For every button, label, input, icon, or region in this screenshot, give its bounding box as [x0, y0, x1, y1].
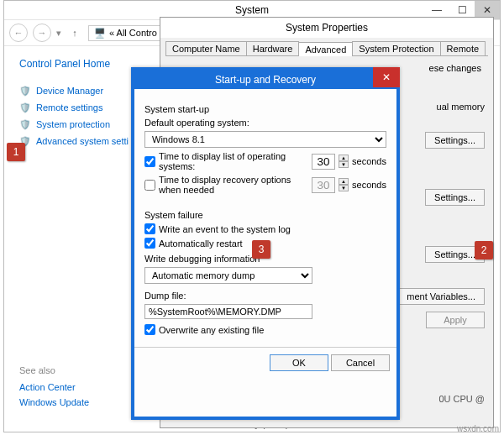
- callout-3: 3: [252, 240, 270, 259]
- apply-button[interactable]: Apply: [426, 312, 485, 328]
- control-panel-home-link[interactable]: Control Panel Home: [19, 58, 147, 70]
- sidebar-item-label: Device Manager: [36, 86, 103, 96]
- cb-time-recovery-label: Time to display recovery options when ne…: [159, 175, 312, 195]
- arrow-left-icon: ←: [14, 28, 24, 38]
- dump-file-label: Dump file:: [144, 291, 386, 301]
- back-button[interactable]: ←: [9, 24, 28, 42]
- watermark: wsxdn.com: [457, 424, 499, 433]
- ok-button[interactable]: OK: [270, 354, 328, 371]
- cancel-button[interactable]: Cancel: [331, 354, 390, 371]
- shield-icon: 🛡️: [19, 85, 31, 97]
- startup-body: System start-up Default operating system…: [134, 89, 396, 347]
- sidebar-item-label: Advanced system setti: [36, 136, 129, 146]
- dump-file-input[interactable]: [144, 304, 312, 319]
- close-button[interactable]: ✕: [373, 67, 400, 87]
- sidebar-item-device-manager[interactable]: 🛡️ Device Manager: [19, 85, 147, 97]
- monitor-icon: 🖥️: [94, 28, 106, 39]
- cb-overwrite-label: Overwrite any existing file: [159, 325, 264, 335]
- callout-2: 2: [475, 241, 493, 259]
- cb-time-list-label: Time to display list of operating system…: [159, 151, 312, 171]
- tab-advanced[interactable]: Advanced: [298, 42, 353, 56]
- cb-time-list[interactable]: [144, 156, 155, 167]
- breadcrumb-text: « All Contro: [109, 28, 157, 38]
- forward-button[interactable]: →: [33, 24, 51, 42]
- tabs: Computer Name Hardware Advanced System P…: [165, 41, 488, 56]
- cb-write-event-label: Write an event to the system log: [159, 224, 291, 234]
- sidebar-item-system-protection[interactable]: 🛡️ System protection: [19, 118, 147, 130]
- spinner-disabled: ▲▼: [339, 178, 349, 191]
- up-button[interactable]: ↑: [66, 24, 83, 41]
- time-recovery-value: [312, 177, 335, 193]
- seconds-label: seconds: [352, 156, 386, 166]
- cb-write-event[interactable]: [144, 223, 155, 234]
- see-also-windows-update[interactable]: Windows Update: [19, 397, 147, 407]
- group-system-failure: System failure: [144, 210, 386, 220]
- time-list-value[interactable]: [312, 154, 335, 170]
- sidebar-item-advanced-system-settings[interactable]: 🛡️ Advanced system setti: [19, 135, 147, 147]
- see-also-label: Windows Update: [19, 397, 89, 407]
- env-variables-button[interactable]: ment Variables...: [397, 288, 485, 305]
- system-window-title: System: [235, 4, 269, 16]
- sidebar-item-label: Remote settings: [36, 102, 102, 113]
- default-os-label: Default operating system:: [144, 118, 386, 128]
- tab-hardware[interactable]: Hardware: [246, 41, 300, 55]
- cb-overwrite[interactable]: [144, 324, 155, 335]
- arrow-right-icon: →: [38, 28, 47, 38]
- cb-time-recovery[interactable]: [144, 180, 155, 191]
- spinner[interactable]: ▲▼: [339, 155, 349, 168]
- tab-remote[interactable]: Remote: [440, 41, 486, 55]
- seconds-label: seconds: [352, 180, 386, 190]
- startup-recovery-title: Start-up and Recovery ✕: [134, 71, 396, 89]
- cb-auto-restart-label: Automatically restart: [159, 238, 243, 249]
- arrow-up-icon: ↑: [72, 28, 77, 38]
- see-also-heading: See also: [19, 365, 147, 375]
- settings-button-1[interactable]: Settings...: [425, 132, 485, 149]
- tab-computer-name[interactable]: Computer Name: [165, 41, 247, 55]
- shield-icon: 🛡️: [19, 102, 31, 113]
- chevron-down-icon[interactable]: ▾: [56, 28, 61, 39]
- default-os-select[interactable]: Windows 8.1: [144, 131, 386, 148]
- sidebar-item-remote-settings[interactable]: 🛡️ Remote settings: [19, 102, 147, 113]
- startup-footer: OK Cancel: [134, 347, 396, 378]
- see-also-label: Action Center: [19, 382, 76, 392]
- callout-1: 1: [7, 143, 25, 161]
- startup-title-text: Start-up and Recovery: [215, 74, 316, 86]
- see-also-action-center[interactable]: Action Center: [19, 382, 147, 392]
- sidebar-item-label: System protection: [36, 119, 110, 129]
- close-icon: ✕: [382, 71, 391, 83]
- shield-icon: 🛡️: [19, 118, 31, 130]
- cpu-fragment: 0U CPU @: [438, 394, 485, 404]
- cb-auto-restart[interactable]: [144, 238, 155, 249]
- group-system-startup: System start-up: [144, 104, 386, 114]
- tab-system-protection[interactable]: System Protection: [352, 41, 440, 55]
- system-properties-title: System Properties: [160, 18, 493, 38]
- wdi-select[interactable]: Automatic memory dump: [144, 267, 312, 284]
- settings-button-2[interactable]: Settings...: [425, 189, 485, 206]
